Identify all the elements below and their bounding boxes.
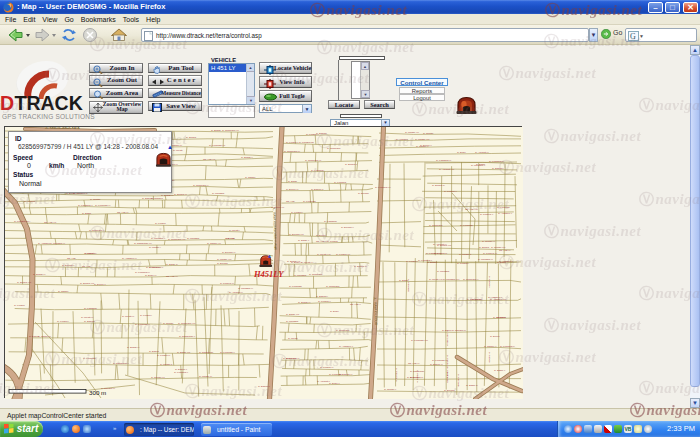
svg-text:Jl. Duku: Jl. Duku <box>330 310 339 313</box>
svg-text:Jl. Jambu: Jl. Jambu <box>58 290 69 293</box>
svg-text:Jl. Kemang III: Jl. Kemang III <box>489 160 504 163</box>
svg-text:Jl. Kamboja: Jl. Kamboja <box>84 307 97 310</box>
svg-text:Jl. Pinang: Jl. Pinang <box>327 240 338 243</box>
svg-text:Jl. Delima V: Jl. Delima V <box>341 226 354 229</box>
svg-text:Jl. Pinang V: Jl. Pinang V <box>318 300 331 303</box>
svg-text:Jl. Dahlia I: Jl. Dahlia I <box>488 352 491 363</box>
svg-text:Jl. Teratai VII: Jl. Teratai VII <box>151 376 165 379</box>
svg-text:Jl. Pepaya X: Jl. Pepaya X <box>480 213 494 216</box>
svg-text:Gg. Haji IV: Gg. Haji IV <box>408 362 420 365</box>
svg-text:300 m: 300 m <box>89 389 106 396</box>
svg-text:Jl. Rambutan: Jl. Rambutan <box>199 351 214 354</box>
svg-text:Jl. Cempaka X: Jl. Cempaka X <box>193 184 209 187</box>
svg-text:Jl. Kenanga: Jl. Kenanga <box>460 224 473 227</box>
svg-text:Jl. Pepaya IX: Jl. Pepaya IX <box>483 252 497 255</box>
svg-text:Jl. Duren: Jl. Duren <box>490 335 500 338</box>
svg-text:Jl. Cempaka X: Jl. Cempaka X <box>89 229 105 232</box>
svg-text:Jl. Kenanga: Jl. Kenanga <box>83 357 96 360</box>
svg-text:Jl. Anggrek X: Jl. Anggrek X <box>339 345 353 348</box>
svg-text:Jl. Cempaka VIII: Jl. Cempaka VIII <box>168 238 186 241</box>
svg-text:Jl. Cempaka: Jl. Cempaka <box>336 329 350 332</box>
svg-text:Jl. Kelapa V: Jl. Kelapa V <box>306 133 319 136</box>
svg-text:Jl. Manggis VI: Jl. Manggis VI <box>478 258 493 261</box>
svg-text:Jl. Manggis X: Jl. Manggis X <box>151 237 166 240</box>
svg-text:Jl. Kenanga V: Jl. Kenanga V <box>220 351 235 354</box>
svg-text:Jl. Kemang I: Jl. Kemang I <box>457 374 460 388</box>
svg-text:Jl. Sirsak IV: Jl. Sirsak IV <box>127 346 140 349</box>
svg-text:Jl. Sirsak: Jl. Sirsak <box>211 129 222 132</box>
svg-text:Jl. Flamboyan I: Jl. Flamboyan I <box>14 220 31 223</box>
svg-text:Jl. Kenanga: Jl. Kenanga <box>289 285 302 288</box>
svg-text:Gg. Haji VII: Gg. Haji VII <box>44 221 57 224</box>
svg-text:Jl. Alpukat II: Jl. Alpukat II <box>317 380 330 383</box>
svg-text:Jl. Cempaka VII: Jl. Cempaka VII <box>222 129 239 132</box>
svg-text:Gg. Haji: Gg. Haji <box>82 265 91 268</box>
svg-text:Jl. Sawo X: Jl. Sawo X <box>84 252 96 255</box>
svg-text:Jl. Melati VIII: Jl. Melati VIII <box>317 253 331 256</box>
svg-text:G: G <box>630 32 636 41</box>
svg-text:Jl. Seroja: Jl. Seroja <box>427 261 438 264</box>
svg-text:Jl. Pepaya III: Jl. Pepaya III <box>395 368 398 382</box>
svg-text:Jl. Melati I: Jl. Melati I <box>229 229 240 232</box>
svg-text:Jl. Manggis II: Jl. Manggis II <box>149 266 163 269</box>
svg-text:Jl. Rambutan I: Jl. Rambutan I <box>113 362 129 365</box>
svg-text:Jl. Mawar IV: Jl. Mawar IV <box>199 375 213 378</box>
svg-text:Jl. Manggis: Jl. Manggis <box>286 320 299 323</box>
svg-text:Jl. Seroja VI: Jl. Seroja VI <box>174 193 187 196</box>
svg-text:Jl. Salak: Jl. Salak <box>288 180 298 183</box>
svg-text:Jl. Pepaya III: Jl. Pepaya III <box>220 282 234 285</box>
svg-text:Jl. Delima: Jl. Delima <box>358 192 369 195</box>
svg-text:Gg. Haji: Gg. Haji <box>226 237 235 240</box>
svg-text:Jl. Seroja: Jl. Seroja <box>186 136 197 139</box>
svg-text:Jl. Kenanga: Jl. Kenanga <box>497 206 510 209</box>
svg-text:Jl. Flamboyan: Jl. Flamboyan <box>299 141 315 144</box>
svg-text:Jl. Salak V: Jl. Salak V <box>298 239 310 242</box>
svg-text:Jl. Alpukat: Jl. Alpukat <box>24 200 35 203</box>
svg-text:Jl. Kelapa VI: Jl. Kelapa VI <box>286 357 300 360</box>
svg-text:Jl. Cempaka VIII: Jl. Cempaka VIII <box>178 322 196 325</box>
svg-text:Jl. Salak VIII: Jl. Salak VIII <box>286 313 300 316</box>
svg-text:Jl. Duku IV: Jl. Duku IV <box>145 274 157 277</box>
svg-text:Jl. Pinang: Jl. Pinang <box>446 372 449 383</box>
svg-text:Jl. Cempaka: Jl. Cempaka <box>309 273 323 276</box>
svg-text:Jl. Sirsak IV: Jl. Sirsak IV <box>298 301 311 304</box>
svg-text:Jl. Teratai IX: Jl. Teratai IX <box>482 240 496 243</box>
svg-text:Jl. Mawar II: Jl. Mawar II <box>160 363 173 366</box>
svg-text:Jl. Manggis: Jl. Manggis <box>187 237 200 240</box>
svg-text:Jl. Kelapa I: Jl. Kelapa I <box>291 211 303 214</box>
svg-text:Jl. Pinang I: Jl. Pinang I <box>457 262 469 265</box>
svg-text:Jl. Teratai: Jl. Teratai <box>423 132 434 135</box>
svg-text:Jl. Rambutan V: Jl. Rambutan V <box>179 335 196 338</box>
svg-text:Gg. Haji VIII: Gg. Haji VIII <box>465 208 478 211</box>
svg-text:Jl. Alpukat IV: Jl. Alpukat IV <box>229 291 243 294</box>
svg-text:Jl. Kenanga VII: Jl. Kenanga VII <box>209 144 226 147</box>
svg-text:Jl. Anggrek X: Jl. Anggrek X <box>488 296 502 299</box>
svg-text:Jl. Melati III: Jl. Melati III <box>122 315 134 318</box>
svg-text:Jl. Delima: Jl. Delima <box>217 262 228 265</box>
svg-text:Jl. Mawar VIII: Jl. Mawar VIII <box>415 138 430 141</box>
svg-text:Jl. Sirsak IX: Jl. Sirsak IX <box>33 273 46 276</box>
svg-text:Jl. Sirsak X: Jl. Sirsak X <box>241 156 253 159</box>
svg-text:Jl. Cempaka: Jl. Cempaka <box>429 224 443 227</box>
svg-text:Jl. Salak: Jl. Salak <box>497 316 507 319</box>
svg-text:Jl. Kelapa I: Jl. Kelapa I <box>57 320 69 323</box>
svg-text:Jl. Cempaka VI: Jl. Cempaka VI <box>446 330 449 347</box>
svg-text:Jl. Rambutan: Jl. Rambutan <box>410 370 425 373</box>
svg-text:Jl. Pinang V: Jl. Pinang V <box>444 190 457 193</box>
svg-text:Jl. Kamboja IX: Jl. Kamboja IX <box>426 252 442 255</box>
svg-text:Gg. Haji III: Gg. Haji III <box>117 211 129 214</box>
svg-text:Jl. Rambutan VII: Jl. Rambutan VII <box>134 242 152 245</box>
svg-text:Jl. Teratai: Jl. Teratai <box>163 322 174 325</box>
svg-text:Jl. Dahlia: Jl. Dahlia <box>149 350 160 353</box>
svg-text:Jl. Kemang X: Jl. Kemang X <box>174 371 189 374</box>
svg-text:Gg. Haji: Gg. Haji <box>286 200 295 203</box>
svg-text:Jl. Mawar: Jl. Mawar <box>472 298 482 301</box>
svg-text:Jl. Alpukat IX: Jl. Alpukat IX <box>475 151 489 154</box>
svg-text:Jl. Jambu VII: Jl. Jambu VII <box>207 242 221 245</box>
svg-text:Jl. Nangka III: Jl. Nangka III <box>452 329 466 332</box>
svg-text:Jl. Kemang IV: Jl. Kemang IV <box>135 271 150 274</box>
svg-text:Jl. Kenanga X: Jl. Kenanga X <box>135 323 150 326</box>
svg-text:Jl. Manggis IX: Jl. Manggis IX <box>50 242 65 245</box>
svg-text:Jl. Kamboja: Jl. Kamboja <box>324 220 337 223</box>
svg-text:Jl. Mawar VII: Jl. Mawar VII <box>405 131 419 134</box>
